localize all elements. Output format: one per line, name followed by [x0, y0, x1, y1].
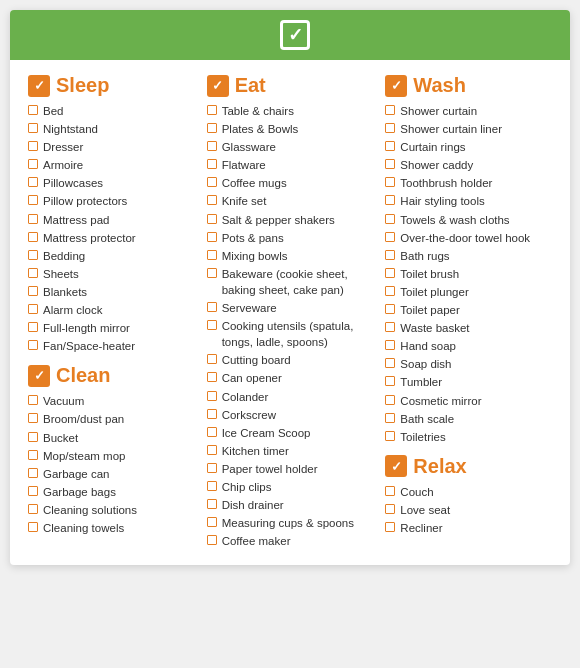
- list-item[interactable]: Ice Cream Scoop: [207, 425, 374, 441]
- checkbox[interactable]: [207, 354, 217, 364]
- checkbox[interactable]: [385, 214, 395, 224]
- list-item[interactable]: Toiletries: [385, 429, 552, 445]
- checkbox[interactable]: [385, 340, 395, 350]
- checkbox[interactable]: [207, 177, 217, 187]
- list-item[interactable]: Couch: [385, 484, 552, 500]
- list-item[interactable]: Shower curtain liner: [385, 121, 552, 137]
- checkbox[interactable]: [28, 504, 38, 514]
- checkbox[interactable]: [207, 499, 217, 509]
- list-item[interactable]: Serveware: [207, 300, 374, 316]
- list-item[interactable]: Love seat: [385, 502, 552, 518]
- checkbox[interactable]: [207, 320, 217, 330]
- checkbox[interactable]: [28, 195, 38, 205]
- checkbox[interactable]: [28, 304, 38, 314]
- list-item[interactable]: Coffee mugs: [207, 175, 374, 191]
- list-item[interactable]: Bath rugs: [385, 248, 552, 264]
- list-item[interactable]: Soap dish: [385, 356, 552, 372]
- checkbox[interactable]: [207, 105, 217, 115]
- checkbox[interactable]: [385, 195, 395, 205]
- list-item[interactable]: Flatware: [207, 157, 374, 173]
- list-item[interactable]: Over-the-door towel hook: [385, 230, 552, 246]
- checkbox[interactable]: [385, 413, 395, 423]
- checkbox[interactable]: [207, 409, 217, 419]
- list-item[interactable]: Sheets: [28, 266, 195, 282]
- checkbox[interactable]: [207, 268, 217, 278]
- list-item[interactable]: Mixing bowls: [207, 248, 374, 264]
- checkbox[interactable]: [207, 372, 217, 382]
- list-item[interactable]: Toilet plunger: [385, 284, 552, 300]
- checkbox[interactable]: [207, 250, 217, 260]
- list-item[interactable]: Knife set: [207, 193, 374, 209]
- list-item[interactable]: Pots & pans: [207, 230, 374, 246]
- checkbox[interactable]: [207, 481, 217, 491]
- checkbox[interactable]: [207, 159, 217, 169]
- checkbox[interactable]: [385, 177, 395, 187]
- checkbox[interactable]: [207, 427, 217, 437]
- checkbox[interactable]: [385, 304, 395, 314]
- checkbox[interactable]: [385, 286, 395, 296]
- checkbox[interactable]: [385, 123, 395, 133]
- checkbox[interactable]: [207, 445, 217, 455]
- list-item[interactable]: Curtain rings: [385, 139, 552, 155]
- list-item[interactable]: Dish drainer: [207, 497, 374, 513]
- list-item[interactable]: Kitchen timer: [207, 443, 374, 459]
- list-item[interactable]: Cosmetic mirror: [385, 393, 552, 409]
- list-item[interactable]: Garbage can: [28, 466, 195, 482]
- list-item[interactable]: Table & chairs: [207, 103, 374, 119]
- checkbox[interactable]: [207, 463, 217, 473]
- list-item[interactable]: Paper towel holder: [207, 461, 374, 477]
- list-item[interactable]: Bakeware (cookie sheet, baking sheet, ca…: [207, 266, 374, 298]
- list-item[interactable]: Cleaning towels: [28, 520, 195, 536]
- checkbox[interactable]: [28, 105, 38, 115]
- list-item[interactable]: Cutting board: [207, 352, 374, 368]
- checkbox[interactable]: [28, 432, 38, 442]
- list-item[interactable]: Recliner: [385, 520, 552, 536]
- checkbox[interactable]: [28, 250, 38, 260]
- checkbox[interactable]: [28, 141, 38, 151]
- list-item[interactable]: Dresser: [28, 139, 195, 155]
- list-item[interactable]: Fan/Space-heater: [28, 338, 195, 354]
- checkbox[interactable]: [28, 268, 38, 278]
- checkbox[interactable]: [207, 302, 217, 312]
- list-item[interactable]: Vacuum: [28, 393, 195, 409]
- list-item[interactable]: Shower caddy: [385, 157, 552, 173]
- list-item[interactable]: Plates & Bowls: [207, 121, 374, 137]
- checkbox[interactable]: [207, 517, 217, 527]
- list-item[interactable]: Chip clips: [207, 479, 374, 495]
- list-item[interactable]: Pillow protectors: [28, 193, 195, 209]
- list-item[interactable]: Can opener: [207, 370, 374, 386]
- checkbox[interactable]: [207, 195, 217, 205]
- list-item[interactable]: Corkscrew: [207, 407, 374, 423]
- list-item[interactable]: Bedding: [28, 248, 195, 264]
- checkbox[interactable]: [28, 286, 38, 296]
- list-item[interactable]: Bed: [28, 103, 195, 119]
- list-item[interactable]: Towels & wash cloths: [385, 212, 552, 228]
- checkbox[interactable]: [385, 376, 395, 386]
- list-item[interactable]: Bucket: [28, 430, 195, 446]
- list-item[interactable]: Tumbler: [385, 374, 552, 390]
- list-item[interactable]: Garbage bags: [28, 484, 195, 500]
- list-item[interactable]: Hand soap: [385, 338, 552, 354]
- checkbox[interactable]: [28, 450, 38, 460]
- list-item[interactable]: Mop/steam mop: [28, 448, 195, 464]
- checkbox[interactable]: [385, 486, 395, 496]
- list-item[interactable]: Coffee maker: [207, 533, 374, 549]
- list-item[interactable]: Full-length mirror: [28, 320, 195, 336]
- list-item[interactable]: Armoire: [28, 157, 195, 173]
- checkbox[interactable]: [385, 105, 395, 115]
- checkbox[interactable]: [28, 123, 38, 133]
- list-item[interactable]: Broom/dust pan: [28, 411, 195, 427]
- checkbox[interactable]: [385, 522, 395, 532]
- checkbox[interactable]: [28, 232, 38, 242]
- checkbox[interactable]: [385, 250, 395, 260]
- list-item[interactable]: Hair styling tools: [385, 193, 552, 209]
- checkbox[interactable]: [28, 395, 38, 405]
- checkbox[interactable]: [385, 395, 395, 405]
- checkbox[interactable]: [28, 486, 38, 496]
- list-item[interactable]: Cooking utensils (spatula, tongs, ladle,…: [207, 318, 374, 350]
- list-item[interactable]: Bath scale: [385, 411, 552, 427]
- list-item[interactable]: Mattress protector: [28, 230, 195, 246]
- checkbox[interactable]: [28, 468, 38, 478]
- checkbox[interactable]: [385, 431, 395, 441]
- list-item[interactable]: Cleaning solutions: [28, 502, 195, 518]
